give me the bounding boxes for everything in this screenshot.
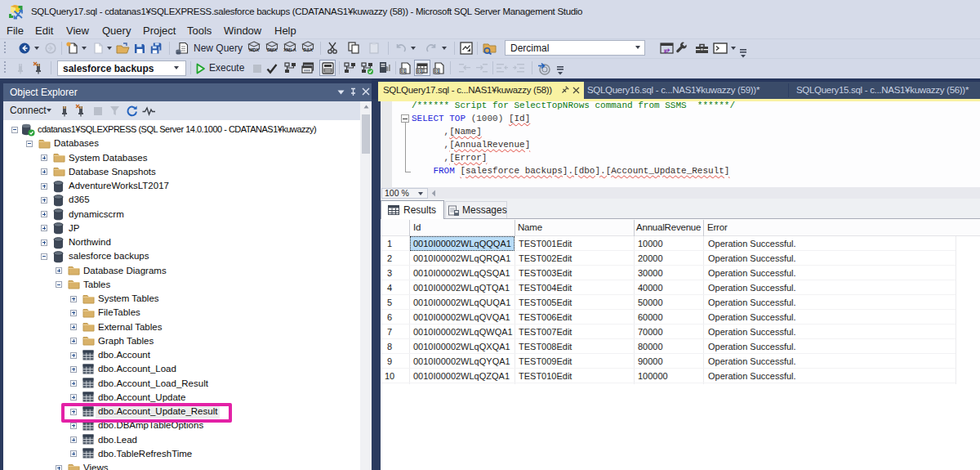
svg-text:01: 01 [416,69,421,74]
svg-text:XMLA: XMLA [283,47,296,52]
svg-text:01: 01 [434,69,439,74]
svg-text:DAX: DAX [303,47,313,52]
svg-text:MDX: MDX [249,47,260,52]
svg-text:DMX: DMX [267,47,278,52]
svg-text:01: 01 [400,69,405,74]
svg-text:⥂: ⥂ [664,46,670,54]
